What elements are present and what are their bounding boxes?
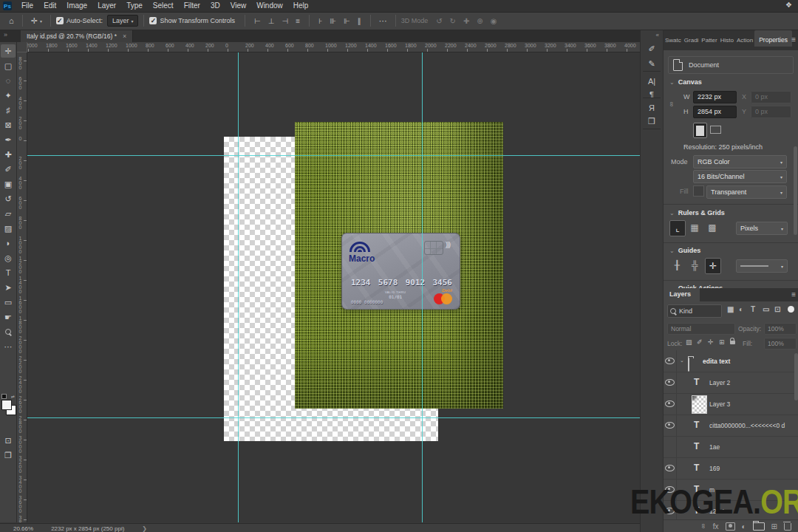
properties-document-row[interactable]: Document <box>668 56 794 74</box>
crop-tool[interactable]: ♯ <box>1 103 16 117</box>
artboard-guides-button[interactable]: ╬ <box>687 258 702 273</box>
layer-row[interactable]: T169 <box>664 457 798 480</box>
guide-vertical-1[interactable] <box>238 52 239 522</box>
filter-type-icon[interactable]: T <box>751 305 755 313</box>
3d-camera-icon[interactable]: ◉ <box>487 17 501 25</box>
align-center-v-icon[interactable]: ≡ <box>292 17 304 25</box>
ruler-units-select[interactable]: Pixels <box>736 222 788 235</box>
menu-image[interactable]: Image <box>61 0 92 12</box>
add-mask-icon[interactable] <box>726 522 735 531</box>
panel-tab-histo[interactable]: Histo <box>719 30 735 44</box>
path-selection-tool[interactable]: ➤ <box>1 281 16 294</box>
menu-edit[interactable]: Edit <box>38 0 61 12</box>
panel-tab-patter[interactable]: Patter <box>700 30 718 44</box>
object-selection-tool[interactable]: ✦ <box>1 89 16 102</box>
menu-help[interactable]: Help <box>288 0 314 12</box>
fill-swatch[interactable] <box>693 185 704 197</box>
link-wh-icon[interactable]: ∞ <box>668 102 675 106</box>
character-panel-icon[interactable]: A| <box>644 75 659 87</box>
visibility-cell[interactable] <box>664 393 677 415</box>
panel-tab-action[interactable]: Action <box>735 30 754 44</box>
color-swatches[interactable]: ⇄ <box>1 394 15 415</box>
filter-pixel-icon[interactable]: ▦ <box>727 305 734 313</box>
bit-depth-select[interactable]: 16 Bits/Channel <box>693 170 787 183</box>
default-colors-icon[interactable] <box>1 394 7 399</box>
layer-row[interactable]: Tcitta0000000...<<<<<<<0 d <box>664 415 798 437</box>
lock-all-icon[interactable] <box>730 338 735 346</box>
3d-slide-icon[interactable]: ⊕ <box>473 17 486 25</box>
layers-scrollbar[interactable] <box>794 353 798 400</box>
align-center-h-icon[interactable]: ⊥ <box>265 17 279 25</box>
guide-vertical-2[interactable] <box>422 52 423 522</box>
filter-smart-icon[interactable]: ⊡ <box>774 305 780 313</box>
opacity-field[interactable]: 100% <box>764 323 797 335</box>
lock-artboard-icon[interactable]: ⊞ <box>719 338 725 346</box>
menu-window[interactable]: Window <box>251 0 288 12</box>
panel-tab-gradi[interactable]: Gradi <box>683 30 700 44</box>
lock-pixels-icon[interactable]: ✐ <box>697 338 703 346</box>
layer-row[interactable]: TLayer 2 <box>664 372 798 394</box>
menu-view[interactable]: View <box>225 0 252 12</box>
layers-tab[interactable]: Layers <box>664 288 700 304</box>
eraser-tool[interactable]: ▱ <box>1 207 16 220</box>
properties-scrollbar[interactable] <box>794 146 797 235</box>
toggle-grid-button[interactable]: ▦ <box>687 220 702 235</box>
mode-select[interactable]: RGB Color <box>693 155 787 168</box>
layer-row[interactable]: T1ae <box>664 436 798 458</box>
guide-horizontal-2[interactable] <box>27 417 640 418</box>
blur-tool[interactable]: ◗ <box>1 236 16 250</box>
auto-select-checkbox[interactable]: ✓ <box>56 17 64 24</box>
visibility-cell[interactable] <box>664 457 677 479</box>
move-tool[interactable]: ✛ <box>1 44 16 58</box>
layer-thumbnail[interactable] <box>692 395 707 414</box>
layer-name[interactable]: Layer 2 <box>709 379 730 386</box>
history-brush-tool[interactable]: ↺ <box>1 192 16 205</box>
hand-tool[interactable]: ☛ <box>1 310 16 324</box>
new-layer-icon[interactable]: ⊞ <box>771 522 777 531</box>
home-icon[interactable]: ⌂ <box>6 16 17 25</box>
more-options-icon[interactable]: ⋯ <box>376 16 390 26</box>
height-field[interactable]: 2854 px <box>693 106 737 118</box>
layer-name[interactable]: 1ae <box>709 443 720 451</box>
fill-select[interactable]: Transparent <box>706 185 787 199</box>
layer-name[interactable]: citta0000000...<<<<<<<0 d <box>709 422 785 429</box>
brushes-icon[interactable]: ✎ <box>644 58 659 69</box>
foreground-color-swatch[interactable] <box>1 400 12 410</box>
3d-orbit-icon[interactable]: ↺ <box>432 17 446 25</box>
align-right-icon[interactable]: ⊣ <box>278 17 292 25</box>
width-field[interactable]: 2232 px <box>693 91 737 103</box>
filter-shape-icon[interactable]: ▭ <box>763 305 769 313</box>
expand-group-icon[interactable]: ⌄ <box>680 358 684 364</box>
3d-pan-icon[interactable]: ✚ <box>460 17 473 25</box>
distribute-center-icon[interactable]: ⊪ <box>326 17 340 25</box>
guide-horizontal-1[interactable] <box>27 155 640 156</box>
close-tab-icon[interactable]: × <box>123 33 126 40</box>
glyphs-panel-icon[interactable]: Я <box>644 102 659 114</box>
vertical-ruler[interactable]: 8006004002000200400600800100012001400160… <box>16 52 27 522</box>
current-tool-icon[interactable]: ✛ <box>28 16 45 26</box>
menu-filter[interactable]: Filter <box>179 0 205 12</box>
orientation-portrait-button[interactable] <box>693 123 707 138</box>
brush-tool[interactable]: ✐ <box>1 163 16 176</box>
layer-name[interactable]: edita text <box>703 358 730 365</box>
type-tool[interactable]: T <box>1 266 16 279</box>
libraries-panel-icon[interactable]: ❒ <box>644 115 659 127</box>
panel-tab-properties[interactable]: Properties <box>754 30 792 47</box>
show-transform-checkbox[interactable]: ✓ <box>149 17 157 24</box>
layer-fill-field[interactable]: 100% <box>764 338 797 349</box>
menu-3d[interactable]: 3D <box>205 0 225 12</box>
canvas-guides-button[interactable]: ╂ <box>669 258 684 273</box>
screen-mode-button[interactable]: ❐ <box>1 449 16 462</box>
workspace-icon[interactable]: ❖ <box>785 1 792 9</box>
layer-row[interactable]: Layer 3 <box>664 393 798 415</box>
layers-menu-icon[interactable]: ≡ <box>791 290 796 299</box>
align-left-icon[interactable]: ⊢ <box>250 17 265 25</box>
zoom-tool[interactable] <box>1 325 16 338</box>
document-canvas[interactable]: Macro ))) 1234567890123456 VALID THRU01/… <box>27 52 640 522</box>
collapse-panels-icon[interactable]: « <box>656 32 659 38</box>
zoom-percentage[interactable]: 20.66% <box>13 525 33 532</box>
3d-roll-icon[interactable]: ↻ <box>446 17 460 25</box>
menu-file[interactable]: File <box>16 0 38 12</box>
visibility-cell[interactable] <box>664 372 677 393</box>
credit-card-image[interactable]: Macro ))) 1234567890123456 VALID THRU01/… <box>341 233 460 310</box>
